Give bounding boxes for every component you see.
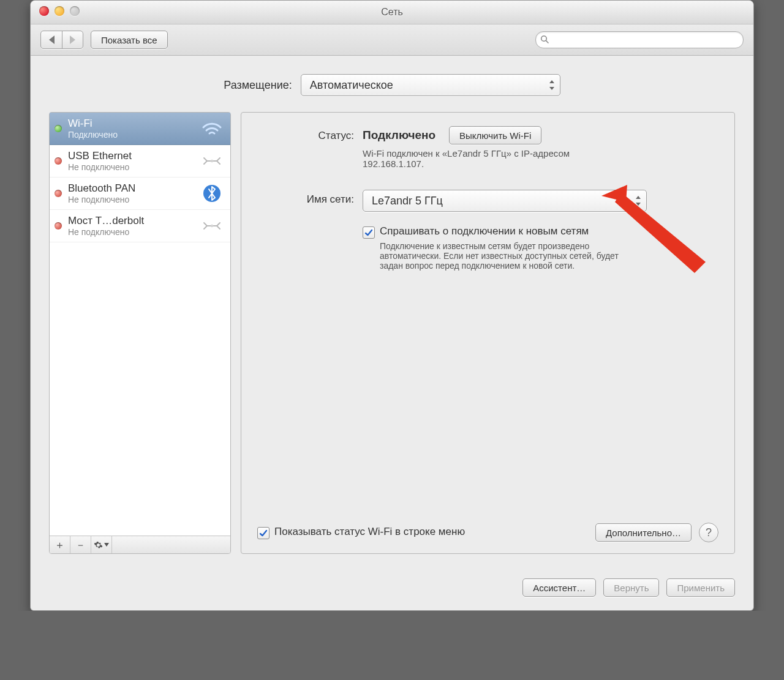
ethernet-icon bbox=[200, 219, 224, 233]
status-description: Wi-Fi подключен к «Le7andr 5 ГГц» с IP-а… bbox=[363, 148, 620, 169]
service-list-scroll[interactable]: Wi-Fi Подключено USB Ethernet Не подключ… bbox=[50, 113, 230, 536]
status-label: Статус: bbox=[257, 126, 354, 169]
check-icon bbox=[259, 529, 268, 537]
chevron-right-icon bbox=[70, 35, 75, 44]
status-dot-icon bbox=[55, 222, 62, 230]
service-item-thunderbolt-bridge[interactable]: Мост T…derbolt Не подключено bbox=[50, 210, 230, 242]
ask-join-checkbox[interactable] bbox=[363, 226, 375, 239]
show-menu-label: Показывать статус Wi-Fi в строке меню bbox=[274, 526, 465, 538]
service-name: Wi-Fi bbox=[68, 118, 194, 130]
svg-marker-8 bbox=[636, 196, 641, 199]
minus-icon: － bbox=[75, 538, 86, 552]
status-value: Подключено bbox=[363, 129, 435, 142]
wifi-toggle-button[interactable]: Выключить Wi-Fi bbox=[449, 126, 541, 144]
service-sub: Не подключено bbox=[68, 195, 194, 204]
show-menu-checkbox[interactable] bbox=[257, 527, 270, 539]
svg-marker-2 bbox=[549, 80, 554, 83]
service-sub: Не подключено bbox=[68, 162, 194, 172]
show-menu-row: Показывать статус Wi-Fi в строке меню bbox=[257, 526, 465, 539]
wifi-icon bbox=[200, 121, 224, 136]
service-item-wifi[interactable]: Wi-Fi Подключено bbox=[50, 113, 230, 145]
toolbar: Показать все bbox=[31, 24, 753, 56]
prefpane-body: Размещение: Автоматическое Wi-Fi Подключ… bbox=[31, 56, 753, 567]
help-button[interactable]: ? bbox=[699, 523, 718, 542]
chevron-updown-icon bbox=[549, 80, 555, 90]
service-name: Мост T…derbolt bbox=[68, 215, 194, 227]
plus-icon: ＋ bbox=[55, 538, 65, 552]
location-value: Автоматическое bbox=[310, 79, 393, 92]
service-list: Wi-Fi Подключено USB Ethernet Не подключ… bbox=[49, 112, 231, 554]
titlebar: Сеть bbox=[31, 1, 753, 24]
svg-point-4 bbox=[211, 160, 214, 163]
status-dot-icon bbox=[55, 190, 62, 197]
status-dot-icon bbox=[55, 125, 62, 132]
assistant-button[interactable]: Ассистент… bbox=[522, 578, 596, 597]
check-icon bbox=[364, 228, 373, 237]
svg-line-1 bbox=[546, 40, 548, 43]
service-item-usb-ethernet[interactable]: USB Ethernet Не подключено bbox=[50, 145, 230, 177]
svg-point-6 bbox=[211, 225, 214, 228]
gear-icon bbox=[94, 540, 109, 550]
search-icon bbox=[540, 35, 549, 44]
service-sub: Не подключено bbox=[68, 227, 194, 237]
service-list-toolbar: ＋ － bbox=[50, 536, 230, 553]
advanced-button[interactable]: Дополнительно… bbox=[595, 523, 692, 542]
chevron-down-icon bbox=[104, 543, 109, 547]
service-sub: Подключено bbox=[68, 130, 194, 140]
search-input[interactable] bbox=[535, 31, 744, 48]
service-name: USB Ethernet bbox=[68, 150, 194, 162]
ask-join-row: Спрашивать о подключении к новым сетям П… bbox=[363, 225, 718, 271]
help-icon: ? bbox=[706, 526, 712, 539]
ask-join-description: Подключение к известным сетям будет прои… bbox=[380, 241, 637, 271]
chevron-left-icon bbox=[49, 35, 55, 44]
network-name-popup[interactable]: Le7andr 5 ГГц bbox=[363, 190, 647, 212]
remove-service-button[interactable]: － bbox=[70, 536, 91, 553]
ethernet-icon bbox=[200, 154, 224, 168]
svg-marker-3 bbox=[549, 87, 554, 90]
apply-button[interactable]: Применить bbox=[666, 578, 735, 597]
ask-join-label: Спрашивать о подключении к новым сетям bbox=[380, 225, 637, 237]
status-dot-icon bbox=[55, 157, 62, 165]
svg-marker-7 bbox=[104, 543, 109, 547]
chevron-updown-icon bbox=[635, 196, 641, 206]
forward-button[interactable] bbox=[62, 31, 83, 48]
search-field[interactable] bbox=[535, 31, 744, 48]
service-action-button[interactable] bbox=[91, 536, 112, 553]
window-title: Сеть bbox=[31, 1, 753, 24]
service-item-bluetooth-pan[interactable]: Bluetooth PAN Не подключено bbox=[50, 177, 230, 210]
back-button[interactable] bbox=[41, 31, 62, 48]
detail-panel: Статус: Подключено Выключить Wi-Fi Wi-Fi… bbox=[241, 112, 735, 554]
bluetooth-icon bbox=[200, 184, 224, 203]
preferences-window: Сеть Показать все Размещение: Автоматиче… bbox=[30, 0, 754, 611]
network-name-label: Имя сети: bbox=[257, 190, 354, 271]
footer: Ассистент… Вернуть Применить bbox=[31, 567, 753, 610]
location-popup[interactable]: Автоматическое bbox=[301, 74, 560, 96]
location-row: Размещение: Автоматическое bbox=[49, 74, 735, 96]
add-service-button[interactable]: ＋ bbox=[50, 536, 70, 553]
location-label: Размещение: bbox=[224, 79, 292, 92]
show-all-button[interactable]: Показать все bbox=[91, 31, 168, 49]
revert-button[interactable]: Вернуть bbox=[603, 578, 659, 597]
service-name: Bluetooth PAN bbox=[68, 182, 194, 195]
svg-marker-9 bbox=[636, 203, 641, 206]
network-name-value: Le7andr 5 ГГц bbox=[372, 195, 443, 207]
nav-segment bbox=[40, 31, 83, 49]
